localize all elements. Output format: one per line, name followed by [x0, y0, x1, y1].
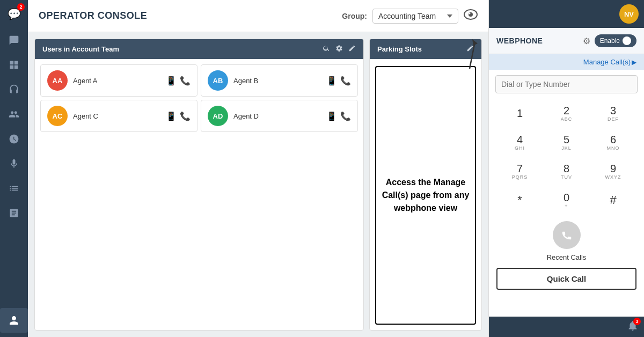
user-avatar[interactable]: NV [619, 4, 639, 24]
agent-card-ab: AB Agent B 📱 📞 [201, 64, 358, 97]
users-panel: Users in Account Team AA [34, 39, 364, 331]
search-icon[interactable] [323, 45, 330, 54]
dial-key-star[interactable]: * [497, 187, 542, 214]
bottom-notification[interactable]: 3 [627, 320, 639, 334]
sidebar-item-headset[interactable] [0, 77, 28, 102]
webphone-header: WEBPHONE ⚙ Enable [489, 28, 644, 54]
agent-actions-ac: 📱 📞 [166, 111, 191, 121]
dial-key-2[interactable]: 2ABC [544, 100, 589, 127]
call-button[interactable] [553, 221, 581, 249]
dial-key-8[interactable]: 8TUV [544, 158, 589, 185]
tooltip-box: Access the Manage Call(s) page from any … [375, 66, 476, 325]
dial-key-4[interactable]: 4GHI [497, 129, 542, 156]
dial-key-6[interactable]: 6MNO [591, 129, 635, 156]
agent-grid: AA Agent A 📱 📞 AB Agent B 📱 📞 [35, 59, 363, 137]
sidebar-item-chat[interactable] [0, 28, 28, 53]
sidebar-item-grid[interactable] [0, 53, 28, 77]
phone-icon-ac[interactable]: 📞 [180, 111, 191, 121]
group-label: Group: [342, 12, 367, 20]
agent-actions-ad: 📱 📞 [326, 111, 351, 121]
agent-actions-aa: 📱 📞 [166, 76, 191, 86]
phone-icon-ad[interactable]: 📞 [340, 111, 351, 121]
notification-badge: 2 [17, 3, 25, 11]
quick-call-wrap: Quick Call [489, 263, 644, 296]
call-button-wrap [489, 217, 644, 251]
tooltip-text: Access the Manage Call(s) page from any … [382, 176, 470, 215]
agent-avatar-aa: AA [47, 70, 68, 91]
agent-actions-ab: 📱 📞 [326, 76, 351, 86]
parking-edit-icon[interactable] [466, 45, 474, 54]
eye-button[interactable] [464, 9, 478, 23]
dialpad: 1 2ABC 3DEF 4GHI 5JKL 6MNO 7PQRS 8TUV 9W… [489, 97, 644, 217]
dial-key-3[interactable]: 3DEF [591, 100, 635, 127]
dial-key-7[interactable]: 7PQRS [497, 158, 542, 185]
webphone-panel: NV WEBPHONE ⚙ Enable Manage Call(s) ▶ 1 … [488, 0, 644, 337]
svg-point-2 [469, 12, 471, 14]
app-title: OPERATOR CONSOLE [39, 10, 147, 21]
phone-icon-aa[interactable]: 📞 [180, 76, 191, 86]
sidebar-item-users[interactable] [0, 102, 28, 127]
sidebar-item-list[interactable] [0, 176, 28, 201]
device-icon-aa[interactable]: 📱 [166, 76, 177, 86]
settings-icon[interactable] [335, 45, 343, 54]
agent-name-ab: Agent B [233, 77, 321, 85]
agent-name-ad: Agent D [233, 112, 321, 120]
agent-avatar-ad: AD [208, 106, 228, 126]
agent-name-ac: Agent C [73, 112, 160, 120]
agent-avatar-ac: AC [47, 106, 68, 126]
agent-card-ad: AD Agent D 📱 📞 [201, 100, 358, 132]
bottom-bar: 3 [489, 317, 644, 337]
phone-icon-ab[interactable]: 📞 [340, 76, 351, 86]
manage-calls-label: Manage Call(s) [583, 58, 631, 66]
parking-panel: Parking Slots Access the Manage Call(s) … [369, 39, 482, 331]
group-select[interactable]: Accounting Team Sales Team Support Team [372, 9, 458, 24]
toggle-circle [623, 36, 631, 45]
dial-key-9[interactable]: 9WXYZ [591, 158, 635, 185]
webphone-topbar: NV [489, 0, 644, 28]
bottom-badge: 3 [633, 318, 641, 325]
dial-key-hash[interactable]: # [591, 187, 635, 214]
quick-call-button[interactable]: Quick Call [496, 268, 636, 290]
main-area: OPERATOR CONSOLE Group: Accounting Team … [28, 0, 488, 337]
recent-calls-label: Recent Calls [489, 251, 644, 263]
header: OPERATOR CONSOLE Group: Accounting Team … [28, 0, 488, 32]
users-panel-title: Users in Account Team [42, 45, 119, 53]
edit-icon[interactable] [348, 45, 356, 54]
manage-calls-arrow-icon: ▶ [632, 58, 636, 66]
parking-panel-title: Parking Slots [377, 45, 422, 53]
dial-key-1[interactable]: 1 [497, 100, 542, 127]
device-icon-ab[interactable]: 📱 [326, 76, 337, 86]
sidebar-item-person[interactable] [0, 308, 28, 333]
enable-button[interactable]: Enable [595, 34, 636, 47]
dial-input-wrap [489, 70, 644, 97]
sidebar-item-notes[interactable] [0, 201, 28, 225]
parking-panel-header: Parking Slots [370, 39, 481, 59]
dial-key-5[interactable]: 5JKL [544, 129, 589, 156]
content-area: Users in Account Team AA [28, 32, 488, 337]
manage-calls-bar[interactable]: Manage Call(s) ▶ [489, 54, 644, 70]
sidebar-item-mic[interactable] [0, 151, 28, 176]
dial-input[interactable] [495, 75, 638, 93]
agent-avatar-ab: AB [208, 70, 228, 91]
users-panel-header: Users in Account Team [35, 39, 363, 59]
dial-key-0[interactable]: 0+ [544, 187, 589, 214]
agent-card-aa: AA Agent A 📱 📞 [40, 64, 197, 97]
webphone-title: WEBPHONE [496, 36, 583, 45]
notification-button[interactable]: 💬 2 [0, 0, 28, 28]
sidebar-item-clock[interactable] [0, 127, 28, 151]
device-icon-ad[interactable]: 📱 [326, 111, 337, 121]
device-icon-ac[interactable]: 📱 [166, 111, 177, 121]
agent-name-aa: Agent A [73, 77, 160, 85]
sidebar: 💬 2 [0, 0, 28, 337]
webphone-gear-icon[interactable]: ⚙ [583, 36, 590, 46]
agent-card-ac: AC Agent C 📱 📞 [40, 100, 197, 132]
